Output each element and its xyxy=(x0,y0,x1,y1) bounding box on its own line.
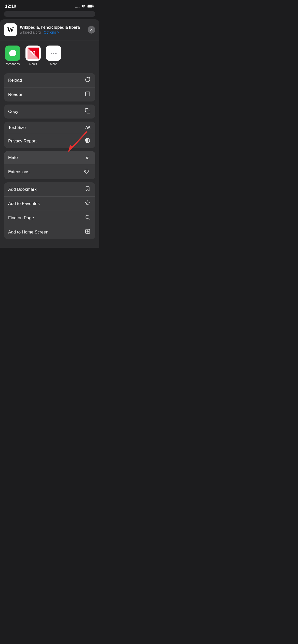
svg-rect-5 xyxy=(93,6,94,7)
news-label: News xyxy=(29,62,37,66)
extensions-icon xyxy=(84,168,91,176)
shield-icon xyxy=(84,138,91,144)
svg-point-3 xyxy=(79,7,79,8)
menu-item-privacy-report[interactable]: Privacy Report xyxy=(4,134,95,148)
menu-item-add-home-screen[interactable]: Add to Home Screen xyxy=(4,225,95,239)
svg-point-1 xyxy=(76,7,77,8)
svg-point-0 xyxy=(75,7,76,8)
mate-icon: æ xyxy=(84,155,91,160)
status-bar: 12:10 xyxy=(0,0,99,11)
reload-icon xyxy=(84,77,91,84)
messages-label: Messages xyxy=(6,62,20,66)
bookmark-icon xyxy=(84,186,91,193)
menu-item-add-favorites[interactable]: Add to Favorites xyxy=(4,197,95,211)
wikipedia-logo: W xyxy=(4,23,17,36)
share-app-messages[interactable]: Messages xyxy=(5,46,20,66)
wifi-icon xyxy=(81,5,86,8)
more-dots xyxy=(51,53,57,54)
more-label: More xyxy=(50,62,57,66)
menu-item-reload[interactable]: Reload xyxy=(4,73,95,87)
more-icon xyxy=(46,46,61,61)
status-time: 12:10 xyxy=(5,4,16,9)
share-subtitle: wikipedia.org Options > xyxy=(20,30,85,34)
svg-point-2 xyxy=(77,7,78,8)
extensions-label: Extensions xyxy=(8,169,29,174)
svg-rect-14 xyxy=(87,110,90,113)
share-app-more[interactable]: More xyxy=(46,46,61,66)
reader-icon xyxy=(84,91,91,98)
reload-label: Reload xyxy=(8,78,22,83)
section4-wrapper: Mate æ Extensions xyxy=(0,151,99,179)
options-link[interactable]: Options > xyxy=(44,30,59,34)
messages-icon xyxy=(5,46,20,61)
add-bookmark-label: Add Bookmark xyxy=(8,187,37,192)
signal-icon xyxy=(75,5,79,8)
menu-item-reader[interactable]: Reader xyxy=(4,87,95,101)
share-title: Wikipedia, l'enciclopedia libera xyxy=(20,25,85,30)
share-header: W Wikipedia, l'enciclopedia libera wikip… xyxy=(0,19,99,40)
svg-text:N: N xyxy=(30,50,35,57)
battery-icon xyxy=(87,5,94,8)
share-app-news[interactable]: N News xyxy=(25,46,41,66)
close-button[interactable]: ✕ xyxy=(88,26,95,34)
menu-section-1: Reload Reader xyxy=(4,73,95,101)
add-home-icon xyxy=(84,229,91,236)
menu-section-3: Text Size AA Privacy Report xyxy=(4,122,95,148)
share-sheet: W Wikipedia, l'enciclopedia libera wikip… xyxy=(0,19,99,248)
add-home-screen-label: Add to Home Screen xyxy=(8,230,48,235)
menu-item-extensions[interactable]: Extensions xyxy=(4,164,95,179)
share-domain: wikipedia.org xyxy=(20,30,41,34)
status-icons xyxy=(75,5,94,8)
copy-label: Copy xyxy=(8,109,18,114)
menu-item-copy[interactable]: Copy xyxy=(4,105,95,119)
menu-item-find-on-page[interactable]: Find on Page xyxy=(4,211,95,225)
menu-section-5: Add Bookmark Add to Favorites Find on Pa… xyxy=(4,182,95,239)
svg-marker-17 xyxy=(85,201,90,205)
reader-label: Reader xyxy=(8,92,22,97)
mate-label: Mate xyxy=(8,155,18,160)
menu-item-text-size[interactable]: Text Size AA xyxy=(4,122,95,134)
menu-item-mate[interactable]: Mate æ xyxy=(4,151,95,164)
add-favorites-label: Add to Favorites xyxy=(8,201,40,206)
copy-icon xyxy=(84,108,91,115)
app-row: Messages N News xyxy=(0,40,99,70)
text-size-icon: AA xyxy=(84,125,91,130)
menu-section-2: Copy xyxy=(4,105,95,119)
menu-item-add-bookmark[interactable]: Add Bookmark xyxy=(4,182,95,197)
news-icon: N xyxy=(25,46,41,61)
search-icon xyxy=(84,214,91,221)
menu-section-4: Mate æ Extensions xyxy=(4,151,95,179)
browser-bar xyxy=(4,11,95,17)
privacy-report-label: Privacy Report xyxy=(8,139,36,144)
share-header-info: Wikipedia, l'enciclopedia libera wikiped… xyxy=(20,25,85,34)
svg-rect-6 xyxy=(88,5,93,8)
star-icon xyxy=(84,200,91,207)
svg-line-19 xyxy=(89,218,90,219)
text-size-label: Text Size xyxy=(8,125,26,130)
find-on-page-label: Find on Page xyxy=(8,215,34,221)
